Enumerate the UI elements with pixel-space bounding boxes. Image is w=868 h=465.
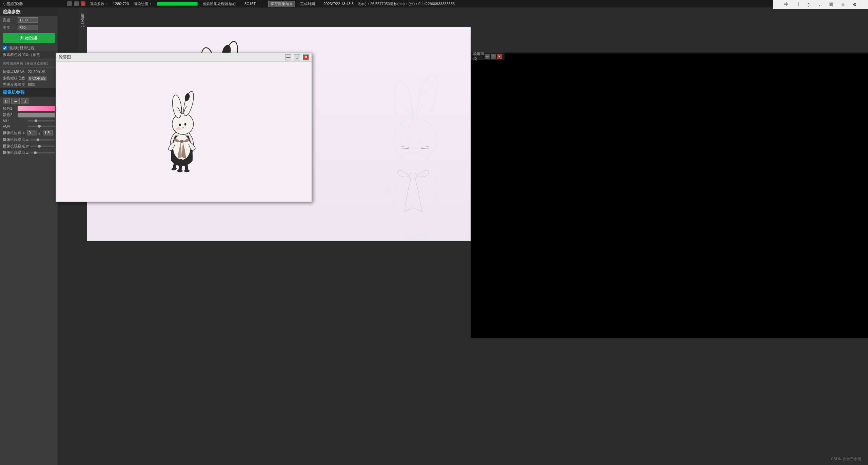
mul-slider[interactable] — [28, 120, 55, 122]
ime-btn-settings[interactable]: ⚙ — [851, 1, 859, 8]
preview-minimize-btn[interactable]: — — [285, 54, 291, 60]
svg-point-48 — [180, 140, 184, 143]
svg-line-35 — [401, 148, 409, 149]
multithread-row: 多线程核心数 8 CORES — [0, 75, 58, 81]
progress-label: 渲染进度： — [134, 1, 152, 6]
color2-swatch[interactable] — [18, 113, 55, 117]
show-process-label: 渲染时显示过程 — [8, 45, 35, 51]
render-info-bar: 渲染参数： 1280*720 渲染进度： 当前所用处理器核心： 8C16T 保存… — [87, 0, 868, 7]
complete-time-label: 完成时间： — [300, 1, 319, 6]
bounce-label: 光线反弹深度 — [3, 82, 26, 87]
width-label: 宽度： — [3, 18, 16, 23]
camera-icon-b1[interactable]: B — [3, 98, 10, 104]
vert-tab-light[interactable]: 光 — [79, 16, 86, 18]
ime-btn-jian[interactable]: 简 — [827, 1, 835, 8]
app-title-bar: 小熊渲染器 — □ ✕ — [0, 0, 88, 7]
close-btn[interactable]: ✕ — [81, 1, 85, 6]
outline-min-btn[interactable]: — — [485, 54, 490, 59]
fov-row: FOV — [0, 124, 58, 129]
color2-label: 颜色2 — [3, 112, 16, 117]
start-render-btn[interactable]: 开始渲染 — [3, 33, 55, 43]
outline-window-titlebar: 轮廓渲染 — □ ✕ — [471, 53, 505, 60]
ime-btn-pipe[interactable]: 丨 — [794, 1, 803, 8]
msaa-row: 抗锯齿MSAA 2X 20采样 — [0, 69, 58, 75]
show-process-row: 渲染时显示过程 — [0, 45, 58, 51]
vert-tab-render[interactable]: 渲染 — [79, 9, 86, 12]
svg-point-44 — [179, 124, 181, 126]
bounce-value: 50次 — [28, 82, 40, 87]
pos-y-label: y: — [39, 131, 42, 135]
camera-icon-cloud[interactable]: ☁ — [11, 98, 20, 104]
show-process-checkbox[interactable] — [3, 46, 7, 50]
lookat-x-label: 摄像机观察点 x: — [3, 137, 29, 142]
height-input[interactable] — [18, 25, 38, 30]
stats-value: 秒(s)：26.5577050毫秒(ms)：(分)：0.442296093333… — [358, 1, 455, 6]
svg-point-43 — [176, 127, 181, 130]
color1-swatch[interactable] — [18, 106, 55, 111]
svg-point-39 — [172, 113, 194, 135]
ime-btn-comma[interactable]: ， — [815, 1, 824, 8]
lookat-z-slider[interactable] — [31, 152, 55, 153]
multithread-value: 8 CORES — [28, 76, 47, 81]
realtime-label: 实时预览间隔（开启预览生效） — [3, 61, 50, 66]
pos-x-input[interactable] — [27, 130, 37, 135]
resolution-value: 1280*720 — [113, 2, 129, 6]
minimize-btn[interactable]: — — [67, 1, 72, 6]
preview-maximize-btn[interactable]: □ — [294, 54, 300, 60]
pos-x-label: x: — [23, 131, 26, 135]
preview-close-btn[interactable]: ✕ — [303, 54, 309, 60]
left-panel: 渲染参数 宽度： 高度： 开始渲染 渲染时显示过程 像素着色器渲染（预览 实时预… — [0, 7, 58, 465]
svg-point-24 — [393, 118, 437, 162]
svg-line-34 — [401, 146, 409, 148]
svg-point-27 — [417, 77, 431, 94]
camera-pos-row: 摄像机位置 x: y: — [0, 129, 58, 136]
ime-btn-paren[interactable]: ) — [806, 1, 811, 8]
watermark: CSDN @太千小熊 — [831, 457, 861, 462]
ime-btn-zhong[interactable]: 中 — [782, 1, 791, 8]
progress-bar — [157, 2, 198, 6]
lookat-x-row: 摄像机观察点 x: — [0, 136, 58, 143]
camera-pos-label: 摄像机位置 — [3, 130, 21, 135]
complete-time: 2023/7/22 13:43:3 — [323, 2, 354, 6]
lookat-y-label: 摄像机观察点 y: — [3, 144, 29, 149]
camera-icons-row: B ☁ B — [0, 97, 58, 105]
preview-content — [56, 62, 312, 202]
mul-row: MUL — [0, 118, 58, 124]
realtime-row: 实时预览间隔（开启预览生效） — [0, 60, 58, 67]
svg-point-23 — [389, 152, 437, 216]
mul-label: MUL — [3, 119, 26, 123]
vert-tab-geo[interactable]: 几 — [79, 19, 86, 22]
camera-icon-b2[interactable]: B — [21, 98, 28, 104]
outline-render-area — [471, 53, 868, 338]
progress-fill — [157, 2, 197, 5]
height-label: 高度： — [3, 25, 16, 30]
svg-point-30 — [409, 173, 417, 179]
lookat-z-row: 摄像机观察点 z: — [0, 149, 58, 156]
outline-close-btn[interactable]: ✕ — [497, 54, 502, 59]
svg-point-51 — [184, 169, 190, 172]
vert-tab-texture[interactable]: 纹 — [79, 12, 86, 15]
processor-value: 8C16T — [244, 2, 256, 6]
save-render-btn[interactable]: 保存渲染结果 — [268, 1, 295, 7]
preview-window-title: 轮廓图 — [59, 54, 282, 60]
svg-point-49 — [171, 167, 177, 171]
render-params-section: 渲染参数 — [0, 7, 58, 16]
fov-label: FOV — [3, 124, 26, 128]
lookat-x-slider[interactable] — [31, 139, 55, 141]
preview-bunny — [157, 84, 211, 179]
preview-title-bar: 轮廓图 — □ ✕ — [56, 53, 312, 62]
app-title: 小熊渲染器 — [3, 1, 23, 7]
title-controls: — □ ✕ — [67, 1, 85, 6]
svg-point-29 — [418, 139, 422, 144]
ime-btn-smile[interactable]: ☺ — [839, 1, 847, 8]
maximize-btn[interactable]: □ — [74, 1, 79, 6]
svg-point-47 — [173, 135, 191, 160]
outline-max-btn[interactable]: □ — [491, 54, 496, 59]
lookat-z-label: 摄像机观察点 z: — [3, 150, 29, 155]
lookat-y-slider[interactable] — [31, 146, 55, 147]
fov-slider[interactable] — [28, 126, 55, 127]
width-input[interactable] — [18, 17, 38, 23]
svg-point-46 — [182, 127, 183, 128]
bounce-row: 光线反弹深度 50次 — [0, 81, 58, 88]
pos-y-input[interactable] — [43, 130, 53, 135]
